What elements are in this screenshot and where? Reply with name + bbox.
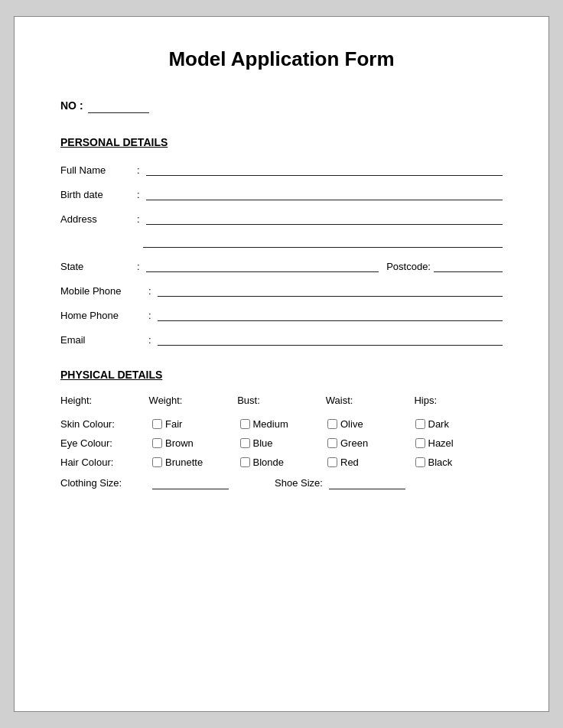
no-label: NO : [60,99,83,112]
skin-colour-row: Skin Colour: Fair Medium Olive Dark [60,418,503,430]
email-colon: : [148,334,151,346]
hair-colour-options: Brunette Blonde Red Black [152,457,503,468]
skin-olive-checkbox[interactable] [327,419,337,429]
state-label: State [60,261,137,272]
home-phone-colon: : [148,310,151,321]
measurements-row: Height: Weight: Bust: Waist: Hips: [60,395,503,406]
eye-colour-options: Brown Blue Green Hazel [152,437,503,449]
shoe-size-label: Shoe Size: [275,477,323,489]
full-name-line [146,162,503,176]
eye-blue-label: Blue [253,437,273,449]
clothing-shoe-row: Clothing Size: Shoe Size: [60,476,503,489]
skin-colour-label: Skin Colour: [60,418,152,430]
address-row: Address : [60,211,503,225]
home-phone-row: Home Phone : [60,307,503,321]
birth-date-colon: : [137,189,140,200]
birth-date-label: Birth date [60,189,137,200]
hair-colour-row: Hair Colour: Brunette Blonde Red Black [60,457,503,468]
birth-date-row: Birth date : [60,187,503,200]
eye-colour-row: Eye Colour: Brown Blue Green Hazel [60,437,503,449]
personal-details-section: PERSONAL DETAILS Full Name : Birth date … [60,136,503,346]
hair-blonde-item: Blonde [240,457,328,468]
form-page: Model Application Form NO : PERSONAL DET… [14,16,549,712]
address-colon: : [137,213,140,225]
eye-hazel-checkbox[interactable] [415,438,425,448]
hair-brunette-item: Brunette [152,457,240,468]
skin-dark-label: Dark [428,418,449,430]
eye-brown-checkbox[interactable] [152,438,162,448]
state-row: State : Postcode: [60,258,503,272]
physical-details-section: PHYSICAL DETAILS Height: Weight: Bust: W… [60,369,503,489]
skin-colour-options: Fair Medium Olive Dark [152,418,503,430]
no-row: NO : [60,99,503,113]
eye-hazel-item: Hazel [415,437,503,449]
postcode-label: Postcode: [386,261,431,272]
mobile-phone-label: Mobile Phone [60,285,148,297]
mobile-phone-line [158,283,503,297]
mobile-phone-colon: : [148,285,151,297]
hips-label: Hips: [414,395,503,406]
address-second-line [143,234,503,248]
hair-colour-label: Hair Colour: [60,457,152,468]
hair-blonde-checkbox[interactable] [240,457,250,467]
hair-brunette-label: Brunette [165,457,203,468]
email-row: Email : [60,332,503,346]
bust-label: Bust: [237,395,326,406]
state-colon: : [137,261,140,272]
skin-dark-item: Dark [415,418,503,430]
no-value-line [88,99,149,113]
personal-details-title: PERSONAL DETAILS [60,136,503,148]
hair-blonde-label: Blonde [253,457,284,468]
eye-green-label: Green [340,437,368,449]
eye-brown-item: Brown [152,437,240,449]
full-name-row: Full Name : [60,162,503,176]
address-line [146,211,503,225]
full-name-label: Full Name [60,164,137,176]
hair-red-label: Red [340,457,359,468]
skin-olive-label: Olive [340,418,363,430]
postcode-line [434,258,503,272]
email-label: Email [60,334,148,346]
email-line [158,332,503,346]
home-phone-line [158,307,503,321]
page-title: Model Application Form [60,47,503,71]
address-label: Address [60,213,137,225]
eye-green-item: Green [327,437,415,449]
skin-fair-checkbox[interactable] [152,419,162,429]
skin-medium-checkbox[interactable] [240,419,250,429]
eye-hazel-label: Hazel [428,437,454,449]
waist-label: Waist: [326,395,415,406]
weight-label: Weight: [149,395,238,406]
skin-medium-label: Medium [253,418,288,430]
eye-blue-checkbox[interactable] [240,438,250,448]
hair-black-label: Black [428,457,453,468]
mobile-phone-row: Mobile Phone : [60,283,503,297]
physical-details-title: PHYSICAL DETAILS [60,369,503,381]
full-name-colon: : [137,164,140,176]
eye-brown-label: Brown [165,437,194,449]
birth-date-line [146,187,503,200]
skin-fair-label: Fair [165,418,182,430]
eye-green-checkbox[interactable] [327,438,337,448]
shoe-size-line [329,476,405,489]
height-label: Height: [60,395,149,406]
eye-blue-item: Blue [240,437,328,449]
hair-black-item: Black [415,457,503,468]
clothing-size-label: Clothing Size: [60,477,152,489]
skin-medium-item: Medium [240,418,328,430]
clothing-size-line [152,476,229,489]
hair-red-checkbox[interactable] [327,457,337,467]
skin-dark-checkbox[interactable] [415,419,425,429]
state-line [146,258,379,272]
eye-colour-label: Eye Colour: [60,437,152,449]
hair-brunette-checkbox[interactable] [152,457,162,467]
hair-red-item: Red [327,457,415,468]
hair-black-checkbox[interactable] [415,457,425,467]
skin-fair-item: Fair [152,418,240,430]
home-phone-label: Home Phone [60,310,148,321]
skin-olive-item: Olive [327,418,415,430]
